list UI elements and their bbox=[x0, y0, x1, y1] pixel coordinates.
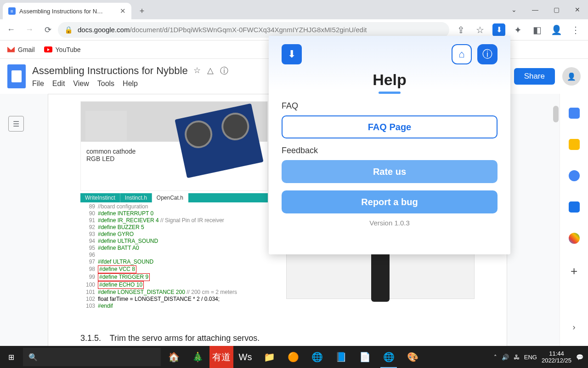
volume-icon[interactable]: 🔊 bbox=[502, 354, 509, 361]
code-tab: WriteInstinct bbox=[80, 193, 120, 202]
report-bug-button[interactable]: Report a bug bbox=[282, 190, 498, 213]
contacts-icon[interactable] bbox=[569, 201, 580, 213]
clock-date: 2022/12/25 bbox=[542, 357, 571, 364]
browser-tab[interactable]: ≡ Assembling Instructions for N… ✕ bbox=[3, 3, 131, 19]
figure-sensor: common cathodeRGB LED bbox=[80, 101, 268, 191]
tasks-icon[interactable] bbox=[569, 170, 580, 181]
taskbar-app[interactable]: 📄 bbox=[353, 346, 377, 368]
bookmark-gmail[interactable]: Gmail bbox=[7, 46, 35, 53]
code-tab-active: OpenCat.h bbox=[152, 193, 188, 202]
reload-button[interactable]: ⟳ bbox=[40, 22, 56, 38]
notifications-icon[interactable]: 💬 bbox=[576, 354, 583, 361]
home-button[interactable]: ⌂ bbox=[452, 44, 472, 64]
taskbar-clock[interactable]: 11:44 2022/12/25 bbox=[542, 350, 571, 364]
faq-label: FAQ bbox=[282, 101, 498, 111]
taskbar-search[interactable]: 🔍 bbox=[23, 348, 161, 366]
omnibox[interactable]: 🔒 docs.google.com/document/d/1DPbqiWkSWn… bbox=[58, 22, 449, 38]
network-icon[interactable]: 🖧 bbox=[514, 354, 520, 361]
taskbar: ⊞ 🔍 🏠 🎄 有道 Ws 📁 🟠 🌐 📘 📄 🌐 🎨 ˄ 🔊 🖧 ENG 11… bbox=[0, 346, 588, 368]
menu-help[interactable]: Help bbox=[123, 80, 138, 88]
gmail-icon bbox=[7, 47, 15, 52]
chevron-down-icon[interactable]: ⌄ bbox=[503, 1, 525, 18]
code-block: 89//board configuration90#define INTERRU… bbox=[80, 202, 268, 310]
menu-view[interactable]: View bbox=[73, 80, 89, 88]
start-button[interactable]: ⊞ bbox=[0, 346, 22, 368]
taskbar-chrome-active[interactable]: 🌐 bbox=[377, 346, 401, 368]
add-addon-button[interactable]: + bbox=[571, 264, 577, 278]
code-tab: Instinct.h bbox=[120, 193, 152, 202]
new-tab-button[interactable]: + bbox=[135, 4, 149, 18]
url-host: docs.google.com bbox=[78, 26, 130, 34]
menu-file[interactable]: File bbox=[32, 80, 44, 88]
share-button[interactable]: Share bbox=[514, 68, 555, 85]
taskbar-app[interactable]: 🎄 bbox=[186, 346, 209, 368]
feedback-label: Feedback bbox=[282, 146, 498, 155]
taskbar-chrome[interactable]: 🌐 bbox=[305, 346, 329, 368]
taskbar-paint[interactable]: 🎨 bbox=[401, 346, 424, 368]
taskbar-app[interactable]: 有道 bbox=[209, 346, 233, 368]
info-button[interactable]: ⓘ bbox=[477, 44, 498, 64]
minimize-button[interactable]: — bbox=[525, 1, 546, 18]
taskbar-app[interactable]: Ws bbox=[233, 346, 257, 368]
figure-caption: common cathode bbox=[86, 148, 136, 155]
bookmark-label: Gmail bbox=[18, 46, 35, 53]
youtube-icon bbox=[44, 46, 52, 52]
extension-logo-icon: ⬇ bbox=[282, 44, 302, 64]
profile-avatar-icon[interactable]: 👤 bbox=[549, 23, 563, 37]
downloader-extension-icon[interactable]: ⬇ bbox=[492, 23, 505, 36]
forward-button[interactable]: → bbox=[21, 22, 38, 38]
popup-title: Help bbox=[282, 71, 498, 89]
chrome-menu-icon[interactable]: ⋮ bbox=[569, 23, 582, 37]
section-number: 3.1.5. bbox=[80, 334, 101, 343]
code-tabs: WriteInstinct Instinct.h OpenCat.h bbox=[80, 193, 268, 202]
close-icon[interactable]: ✕ bbox=[120, 7, 126, 15]
keep-icon[interactable] bbox=[569, 139, 580, 150]
back-button[interactable]: ← bbox=[3, 22, 19, 38]
maximize-button[interactable]: ▢ bbox=[546, 1, 567, 18]
taskbar-app[interactable]: 🟠 bbox=[281, 346, 305, 368]
rate-us-button[interactable]: Rate us bbox=[282, 160, 498, 183]
extensions-puzzle-icon[interactable]: ✦ bbox=[511, 23, 525, 37]
calendar-icon[interactable] bbox=[569, 108, 580, 119]
title-underline bbox=[379, 92, 401, 94]
document-title[interactable]: Assembling Instructions for Nybble bbox=[32, 65, 188, 77]
move-icon[interactable]: △ bbox=[207, 65, 214, 76]
taskbar-file-explorer[interactable]: 📁 bbox=[257, 346, 281, 368]
url-path: /document/d/1DPbqiWkSWnGqmX-0FWCXq34Xgnm… bbox=[130, 26, 367, 34]
bookmark-youtube[interactable]: YouTube bbox=[44, 46, 81, 53]
chrome-tab-strip: ≡ Assembling Instructions for N… ✕ + ⌄ —… bbox=[0, 0, 588, 19]
tab-title: Assembling Instructions for N… bbox=[19, 8, 116, 15]
maps-icon[interactable] bbox=[569, 233, 580, 244]
bookmark-star-icon[interactable]: ☆ bbox=[473, 23, 487, 37]
account-avatar[interactable]: 👤 bbox=[562, 67, 581, 86]
docs-logo-icon[interactable] bbox=[7, 64, 26, 88]
menu-tools[interactable]: Tools bbox=[97, 80, 114, 88]
tray-overflow-icon[interactable]: ˄ bbox=[494, 354, 497, 361]
language-indicator[interactable]: ENG bbox=[524, 354, 537, 361]
taskbar-vscode[interactable]: 📘 bbox=[329, 346, 353, 368]
clock-time: 11:44 bbox=[542, 350, 571, 357]
faq-page-button[interactable]: FAQ Page bbox=[282, 115, 498, 138]
extension-popup: ⬇ ⌂ ⓘ Help FAQ FAQ Page Feedback Rate us… bbox=[269, 36, 510, 254]
lock-icon: 🔒 bbox=[64, 26, 73, 34]
menu-edit[interactable]: Edit bbox=[52, 80, 65, 88]
close-window-button[interactable]: ✕ bbox=[567, 1, 588, 18]
scrollbar-thumb[interactable] bbox=[553, 106, 559, 122]
docs-favicon: ≡ bbox=[8, 7, 16, 15]
taskbar-app[interactable]: 🏠 bbox=[162, 346, 186, 368]
section-heading: Trim the servo arms for attaching servos… bbox=[110, 334, 260, 343]
cloud-status-icon[interactable]: ⓘ bbox=[220, 65, 228, 76]
show-outline-button[interactable]: ☰ bbox=[8, 116, 24, 132]
bookmark-label: YouTube bbox=[56, 46, 81, 53]
window-controls: ⌄ — ▢ ✕ bbox=[503, 0, 588, 19]
star-icon[interactable]: ☆ bbox=[193, 65, 201, 76]
side-panel: + › bbox=[560, 94, 588, 346]
share-page-icon[interactable]: ⇪ bbox=[454, 23, 468, 37]
collapse-sidepanel-icon[interactable]: › bbox=[573, 322, 576, 332]
figure-caption: RGB LED bbox=[86, 155, 114, 162]
side-panel-icon[interactable]: ◧ bbox=[530, 23, 544, 37]
version-text: Version 1.0.3 bbox=[282, 219, 498, 227]
